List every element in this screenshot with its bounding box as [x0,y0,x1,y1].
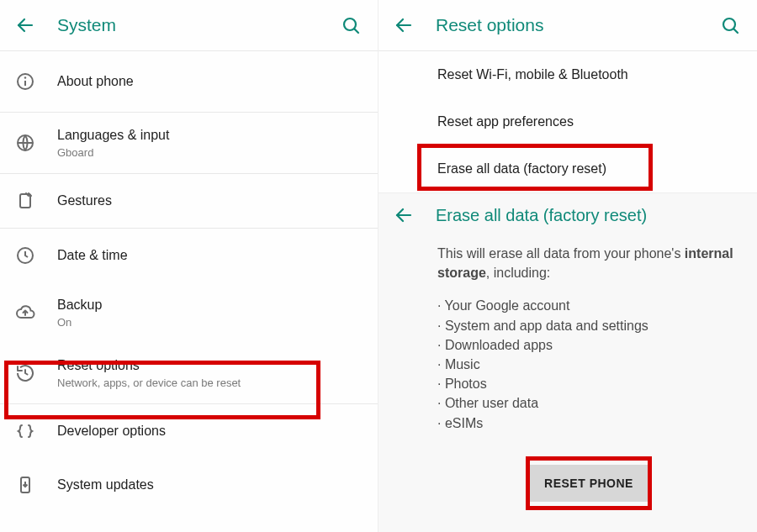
backup-item[interactable]: Backup On [0,282,378,343]
bullet: Downloaded apps [437,335,740,355]
search-icon[interactable] [720,15,740,35]
item-label: Reset app preferences [437,113,742,131]
back-icon[interactable] [394,205,414,225]
info-icon [15,71,35,92]
item-label: Date & time [57,247,363,265]
reset-app-prefs-item[interactable]: Reset app preferences [378,98,757,145]
item-label: Reset Wi-Fi, mobile & Bluetooth [437,66,742,84]
erase-intro: This will erase all data from your phone… [437,244,740,282]
erase-all-data-panel: Erase all data (factory reset) This will… [378,192,757,532]
clock-icon [15,245,35,266]
bullet: Other user data [437,393,740,413]
gestures-icon [15,191,35,211]
cloud-icon [15,303,35,323]
svg-line-14 [734,29,738,34]
item-label: Developer options [57,423,363,440]
bullet: System and app data and settings [437,316,740,335]
gestures-item[interactable]: Gestures [0,174,378,228]
item-label: Gestures [57,192,363,210]
item-label: Reset options [57,357,363,375]
intro-suffix: , including: [486,266,551,280]
bullet: eSIMs [437,413,740,433]
reset-options-item[interactable]: Reset options Network, apps, or device c… [0,343,378,403]
reset-options-list: Reset Wi-Fi, mobile & Bluetooth Reset ap… [378,51,757,192]
intro-prefix: This will erase all data from your phone… [437,246,685,261]
search-icon[interactable] [341,15,361,35]
item-sublabel: On [57,316,363,329]
erase-button-wrap: RESET PHONE [437,465,740,502]
erase-bullets: Your Google account System and app data … [437,296,740,432]
erase-all-data-item[interactable]: Erase all data (factory reset) [378,145,757,192]
item-label: Languages & input [57,127,363,145]
update-icon [15,475,35,495]
item-sublabel: Gboard [57,146,363,159]
system-settings-panel: System About phone Languages & input Gbo… [0,0,378,532]
system-header: System [0,0,378,50]
item-sublabel: Network, apps, or device can be reset [57,377,363,389]
about-phone-item[interactable]: About phone [0,51,378,112]
bullet: Photos [437,374,740,393]
bullet: Your Google account [437,296,740,315]
date-time-item[interactable]: Date & time [0,229,378,282]
reset-wifi-item[interactable]: Reset Wi-Fi, mobile & Bluetooth [378,51,757,98]
reset-options-title: Reset options [436,15,720,35]
braces-icon [15,421,35,441]
system-title: System [57,15,341,35]
languages-input-item[interactable]: Languages & input Gboard [0,113,378,173]
developer-options-item[interactable]: Developer options [0,404,378,458]
svg-line-2 [355,29,359,34]
item-label: Erase all data (factory reset) [437,161,742,178]
bullet: Music [437,355,740,374]
svg-point-5 [24,76,26,78]
erase-body: This will erase all data from your phone… [378,237,757,502]
reset-options-header: Reset options [378,0,757,50]
back-icon[interactable] [15,15,35,35]
reset-icon [15,363,35,383]
reset-phone-button[interactable]: RESET PHONE [527,465,650,502]
erase-header: Erase all data (factory reset) [378,193,757,237]
back-icon[interactable] [394,15,414,35]
erase-title: Erase all data (factory reset) [436,206,747,225]
reset-options-panel: Reset options Reset Wi-Fi, mobile & Blue… [378,0,757,532]
globe-icon [15,133,35,153]
item-label: About phone [57,73,363,91]
system-updates-item[interactable]: System updates [0,458,378,512]
item-label: Backup [57,297,363,314]
item-label: System updates [57,477,363,494]
